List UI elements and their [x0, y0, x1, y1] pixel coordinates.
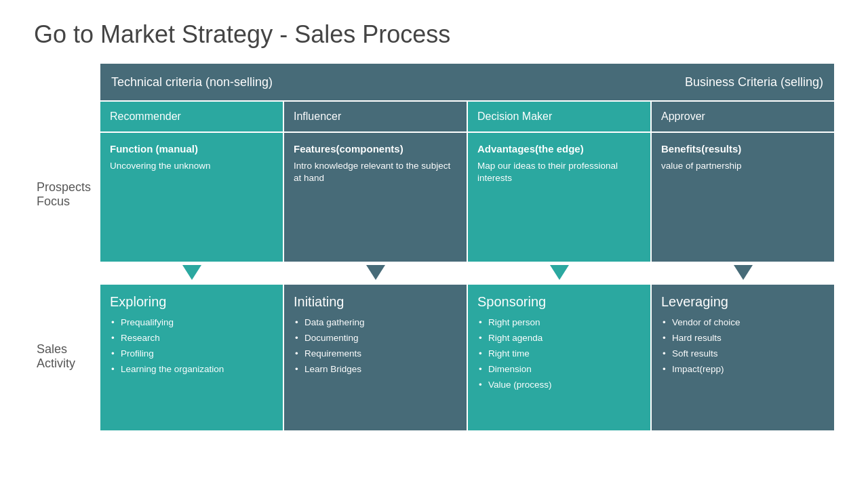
focus-approver-title: Benefits(results): [661, 142, 825, 156]
role-approver: Approver: [652, 102, 834, 131]
row-labels: Prospects Focus Sales Activity: [34, 64, 95, 431]
focus-influencer: Features(components) Intro knowledge rel…: [284, 133, 467, 262]
list-item: Dimension: [477, 363, 641, 376]
list-item: Learn Bridges: [294, 363, 457, 376]
role-decision-maker: Decision Maker: [468, 102, 650, 131]
activity-initiating-list: Data gathering Documenting Requirements …: [294, 317, 457, 376]
arrow-initiating: [284, 262, 467, 283]
header-business: Business Criteria (selling): [467, 64, 834, 100]
arrow-exploring: [100, 262, 283, 283]
list-item: Right person: [477, 317, 641, 329]
label-prospects-focus: Prospects Focus: [34, 130, 95, 259]
focus-recommender: Function (manual) Uncovering the unknown: [100, 133, 283, 262]
list-item: Documenting: [294, 332, 457, 345]
activity-exploring: Exploring Prequalifying Research Profili…: [100, 285, 283, 430]
focus-approver-body: value of partnership: [661, 160, 825, 173]
arrow-dark-2: [734, 265, 753, 280]
activity-sponsoring-title: Sponsoring: [477, 294, 641, 310]
table-area: Technical criteria (non-selling) Busines…: [100, 64, 834, 430]
page-title: Go to Market Strategy - Sales Process: [34, 20, 834, 49]
focus-row: Function (manual) Uncovering the unknown…: [100, 133, 834, 262]
list-item: Vendor of choice: [661, 317, 825, 329]
activity-initiating-title: Initiating: [294, 294, 457, 310]
activity-leveraging-title: Leveraging: [661, 294, 825, 310]
focus-decision: Advantages(the edge) Map our ideas to th…: [468, 133, 650, 262]
role-row: Recommender Influencer Decision Maker Ap…: [100, 102, 834, 131]
arrow-leveraging: [652, 262, 834, 283]
list-item: Prequalifying: [110, 317, 273, 329]
label-sales-activity: Sales Activity: [34, 282, 95, 431]
main-content: Prospects Focus Sales Activity Technical…: [34, 64, 834, 431]
header-technical: Technical criteria (non-selling): [100, 64, 467, 100]
activity-leveraging-list: Vendor of choice Hard results Soft resul…: [661, 317, 825, 376]
list-item: Learning the organization: [110, 363, 273, 376]
list-item: Research: [110, 332, 273, 345]
header-row: Technical criteria (non-selling) Busines…: [100, 64, 834, 100]
focus-approver: Benefits(results) value of partnership: [652, 133, 834, 262]
role-influencer: Influencer: [284, 102, 467, 131]
focus-recommender-body: Uncovering the unknown: [110, 160, 273, 173]
activity-sponsoring: Sponsoring Right person Right agenda Rig…: [468, 285, 650, 430]
list-item: Data gathering: [294, 317, 457, 329]
focus-decision-title: Advantages(the edge): [477, 142, 641, 156]
arrow-teal-1: [182, 265, 201, 280]
role-recommender: Recommender: [100, 102, 283, 131]
activity-initiating: Initiating Data gathering Documenting Re…: [284, 285, 467, 430]
list-item: Value (process): [477, 379, 641, 392]
slide: Go to Market Strategy - Sales Process Pr…: [0, 0, 868, 488]
list-item: Requirements: [294, 348, 457, 361]
activity-row: Exploring Prequalifying Research Profili…: [100, 285, 834, 430]
activity-exploring-list: Prequalifying Research Profiling Learnin…: [110, 317, 273, 376]
focus-recommender-title: Function (manual): [110, 142, 273, 156]
activity-leveraging: Leveraging Vendor of choice Hard results…: [652, 285, 834, 430]
list-item: Impact(repp): [661, 363, 825, 376]
activity-exploring-title: Exploring: [110, 294, 273, 310]
focus-influencer-title: Features(components): [294, 142, 457, 156]
focus-influencer-body: Intro knowledge relevant to the subject …: [294, 160, 457, 186]
list-item: Hard results: [661, 332, 825, 345]
arrow-row: [100, 262, 834, 283]
focus-decision-body: Map our ideas to their professional inte…: [477, 160, 641, 186]
list-item: Right agenda: [477, 332, 641, 345]
list-item: Profiling: [110, 348, 273, 361]
activity-sponsoring-list: Right person Right agenda Right time Dim…: [477, 317, 641, 391]
arrow-teal-2: [550, 265, 569, 280]
arrow-sponsoring: [468, 262, 650, 283]
list-item: Right time: [477, 348, 641, 361]
arrow-dark-1: [366, 265, 385, 280]
list-item: Soft results: [661, 348, 825, 361]
